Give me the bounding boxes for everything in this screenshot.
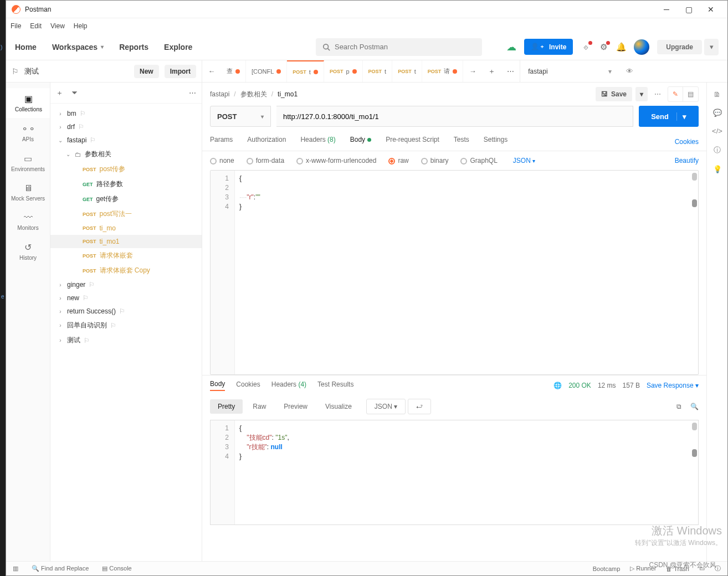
search-box[interactable] <box>316 38 482 56</box>
docs-icon[interactable]: 🗎 <box>714 90 721 99</box>
url-input[interactable] <box>276 106 633 127</box>
view-raw[interactable]: Raw <box>245 399 274 414</box>
save-response-link[interactable]: Save Response ▾ <box>647 382 699 389</box>
crumb-folder[interactable]: 参数相关 <box>240 90 267 99</box>
create-collection-icon[interactable]: ＋ <box>56 88 63 98</box>
comments-icon[interactable]: 💬 <box>713 109 722 117</box>
maximize-button[interactable]: ▢ <box>678 1 700 18</box>
resp-tab-test[interactable]: Test Results <box>317 380 353 390</box>
rail-collections[interactable]: ▣Collections <box>6 88 50 118</box>
tree-folder[interactable]: ⌄🗀参数相关 <box>50 147 202 162</box>
close-button[interactable]: ✕ <box>700 1 722 18</box>
wrap-icon[interactable]: ⮐ <box>408 399 431 414</box>
search-input[interactable] <box>335 43 475 51</box>
globe-icon[interactable]: 🌐 <box>553 382 562 389</box>
beautify-link[interactable]: Beautify <box>675 157 699 164</box>
method-selector[interactable]: POST▾ <box>210 106 271 127</box>
avatar[interactable] <box>634 39 649 55</box>
tab-1[interactable]: [CONFL <box>246 60 287 82</box>
resp-scroll-thumb[interactable] <box>692 423 697 430</box>
body-form-data[interactable]: form-data <box>247 157 284 164</box>
comment-icon[interactable]: ▤ <box>683 87 698 101</box>
console[interactable]: ▤ Console <box>102 565 131 572</box>
resp-tab-cookies[interactable]: Cookies <box>236 380 260 390</box>
tree-ginger[interactable]: ›ginger ⚐ <box>50 278 202 291</box>
nav-workspaces[interactable]: Workspaces▾ <box>52 43 104 52</box>
tree-item-get传参[interactable]: GETget传参 <box>50 192 202 207</box>
rail-monitors[interactable]: 〰Monitors <box>6 207 50 236</box>
sync-icon[interactable]: ☁ <box>506 41 516 53</box>
request-menu-icon[interactable]: ⋯ <box>651 90 664 98</box>
tree-fastapi[interactable]: ⌄fastapi ⚐ <box>50 133 202 147</box>
rail-apis[interactable]: ⚬⚬APIs <box>6 118 50 148</box>
tab-6[interactable]: POST请 <box>422 60 464 82</box>
view-pretty[interactable]: Pretty <box>210 399 243 414</box>
body-raw[interactable]: raw <box>388 157 408 164</box>
save-chevron[interactable]: ▾ <box>635 87 648 101</box>
tab-tests[interactable]: Tests <box>454 136 469 148</box>
related-icon[interactable]: 💡 <box>713 165 722 173</box>
env-quicklook-icon[interactable]: 👁 <box>619 67 639 75</box>
tab-5[interactable]: POSTt <box>392 60 422 82</box>
rail-history[interactable]: ↺History <box>6 236 50 266</box>
new-tab-icon[interactable]: ＋ <box>482 66 501 76</box>
save-button[interactable]: 🖫Save <box>596 87 632 101</box>
tab-prereq[interactable]: Pre-request Script <box>386 136 439 148</box>
tree-item-路径参数[interactable]: GET路径参数 <box>50 177 202 192</box>
upgrade-chevron[interactable]: ▾ <box>704 39 719 55</box>
tabs-menu-icon[interactable]: ⋯ <box>501 67 520 75</box>
response-editor[interactable]: 1234 { "技能cd": "1s", "r技能": null } <box>210 420 699 525</box>
capture-icon[interactable]: ⟐ <box>581 42 591 52</box>
new-button[interactable]: New <box>134 65 159 78</box>
tree-item-post传参[interactable]: POSTpost传参 <box>50 162 202 177</box>
scrollbar-thumb[interactable] <box>692 173 697 181</box>
nav-explore[interactable]: Explore <box>164 43 192 52</box>
environment-selector[interactable]: fastapi▾ <box>520 60 619 82</box>
nav-home[interactable]: Home <box>15 43 37 52</box>
resp-format-select[interactable]: JSON ▾ <box>366 399 406 414</box>
menu-view[interactable]: View <box>50 22 65 30</box>
tab-4[interactable]: POSTt <box>363 60 393 82</box>
sidebar-menu-icon[interactable]: ⋯ <box>189 89 196 97</box>
tab-0[interactable]: 查 <box>221 60 246 82</box>
settings-icon[interactable]: ⚙ <box>598 42 608 52</box>
tree-return[interactable]: ›return Success() ⚐ <box>50 305 202 318</box>
resp-tab-body[interactable]: Body <box>210 380 225 391</box>
tree-new[interactable]: ›new ⚐ <box>50 291 202 305</box>
bootcamp[interactable]: Bootcamp <box>593 565 621 572</box>
sidebar-toggle-icon[interactable]: ▥ <box>13 565 18 572</box>
copy-icon[interactable]: ⧉ <box>676 403 681 410</box>
search-response-icon[interactable]: 🔍 <box>690 403 699 410</box>
resp-tab-headers[interactable]: Headers (4) <box>271 380 306 390</box>
menu-help[interactable]: Help <box>74 22 88 30</box>
menu-edit[interactable]: Edit <box>30 22 42 30</box>
scrollbar-thumb-2[interactable] <box>692 199 697 207</box>
invite-button[interactable]: 👤﹢Invite <box>524 39 573 55</box>
tab-headers[interactable]: Headers (8) <box>300 136 335 148</box>
tree-item-post写法一[interactable]: POSTpost写法一 <box>50 207 202 222</box>
tabs-forward-icon[interactable]: → <box>463 67 482 75</box>
code-icon[interactable]: </> <box>712 127 722 135</box>
tab-2[interactable]: POSTt <box>287 60 324 82</box>
tree-item-请求体嵌套 Copy[interactable]: POST请求体嵌套 Copy <box>50 263 202 278</box>
edit-icon[interactable]: ✎ <box>668 87 683 101</box>
tree-item-ti_mo[interactable]: POSTti_mo <box>50 222 202 235</box>
body-format-select[interactable]: JSON ▾ <box>513 157 535 164</box>
body-editor[interactable]: 1234 { ····"r":"" } <box>210 170 699 375</box>
import-button[interactable]: Import <box>165 65 196 78</box>
cookies-link[interactable]: Cookies <box>675 138 699 146</box>
tab-auth[interactable]: Authorization <box>247 136 286 148</box>
send-button[interactable]: Send▾ <box>639 106 699 127</box>
view-preview[interactable]: Preview <box>276 399 315 414</box>
tree-test[interactable]: ›测试 ⚐ <box>50 333 202 348</box>
find-replace[interactable]: 🔍 Find and Replace <box>32 565 89 572</box>
crumb-collection[interactable]: fastapi <box>210 90 229 98</box>
rail-environments[interactable]: ▭Environments <box>6 148 50 178</box>
filter-icon[interactable]: ⏷ <box>71 89 78 97</box>
tree-drf[interactable]: ›drf ⚐ <box>50 120 202 133</box>
body-binary[interactable]: binary <box>421 157 449 164</box>
tabs-back-icon[interactable]: ← <box>202 67 221 75</box>
minimize-button[interactable]: ─ <box>655 1 678 18</box>
body-none[interactable]: none <box>210 157 234 164</box>
info-icon[interactable]: ⓘ <box>714 145 721 155</box>
